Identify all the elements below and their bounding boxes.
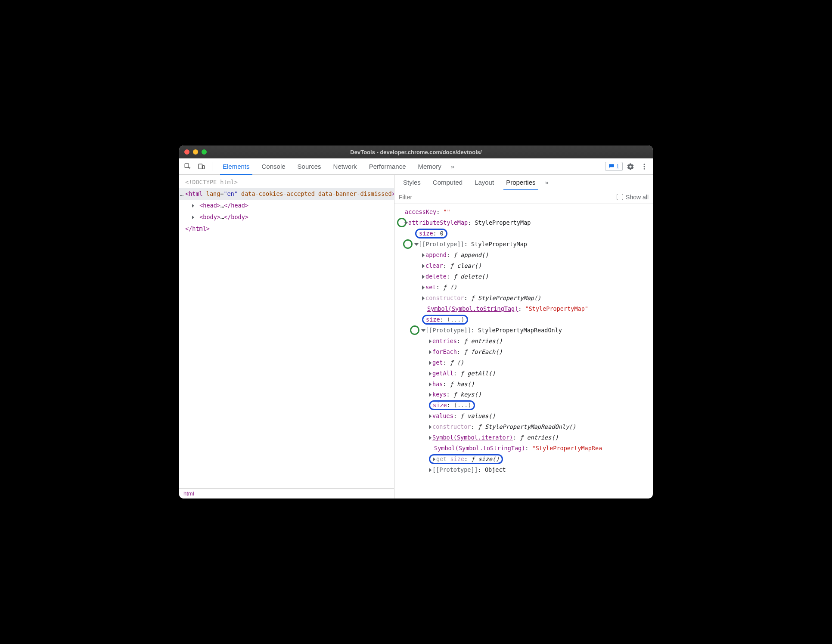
highlight-ring: size: (...) <box>429 400 475 410</box>
filter-bar: Show all <box>394 190 653 204</box>
maximize-window-button[interactable] <box>202 149 207 155</box>
titlebar: DevTools - developer.chrome.com/docs/dev… <box>179 146 653 158</box>
prop-values[interactable]: values: ƒ values() <box>398 411 649 421</box>
dom-doctype[interactable]: <!DOCTYPE html> <box>179 176 394 188</box>
highlight-ring: size: 0 <box>415 229 447 238</box>
prop-entries[interactable]: entries: ƒ entries() <box>398 336 649 347</box>
expand-icon[interactable] <box>422 275 425 279</box>
prop-constructor-2[interactable]: constructor: ƒ StylePropertyMapReadOnly(… <box>398 421 649 432</box>
breadcrumb-item[interactable]: html <box>183 490 194 497</box>
highlight-circle-icon <box>403 239 413 249</box>
prop-size-0[interactable]: size: 0 <box>398 228 649 239</box>
expand-icon[interactable] <box>192 216 194 219</box>
prop-prototype-3[interactable]: [[Prototype]]: Object <box>398 464 649 475</box>
dom-tree[interactable]: <!DOCTYPE html> … <html lang="en" data-c… <box>179 175 394 488</box>
prop-symbol-tostringtag-1[interactable]: Symbol(Symbol.toStringTag): "StyleProper… <box>398 303 649 314</box>
expand-icon[interactable] <box>433 457 435 461</box>
prop-clear[interactable]: clear: ƒ clear() <box>398 260 649 271</box>
devtools-window: DevTools - developer.chrome.com/docs/dev… <box>179 146 653 498</box>
prop-get[interactable]: get: ƒ () <box>398 357 649 368</box>
dom-html-element[interactable]: … <html lang="en" data-cookies-accepted … <box>179 188 394 200</box>
prop-constructor-1[interactable]: constructor: ƒ StylePropertyMap() <box>398 293 649 303</box>
elements-pane: <!DOCTYPE html> … <html lang="en" data-c… <box>179 175 394 498</box>
breadcrumb[interactable]: html <box>179 488 394 498</box>
svg-rect-0 <box>185 164 189 167</box>
subtab-computed[interactable]: Computed <box>427 175 469 190</box>
subtab-properties[interactable]: Properties <box>500 175 541 190</box>
filter-input[interactable] <box>399 194 612 201</box>
prop-size-ellipsis-2[interactable]: size: (...) <box>398 400 649 411</box>
expand-icon[interactable] <box>422 264 425 268</box>
expand-icon[interactable] <box>429 350 432 354</box>
expand-icon[interactable] <box>422 296 425 300</box>
settings-gear-icon[interactable] <box>624 161 636 173</box>
highlight-ring: get size: ƒ size() <box>429 454 503 464</box>
inspect-element-icon[interactable] <box>182 161 194 173</box>
show-all-toggle[interactable]: Show all <box>617 194 649 201</box>
prop-symbol-tostringtag-2[interactable]: Symbol(Symbol.toStringTag): "StyleProper… <box>398 443 649 454</box>
checkbox-icon[interactable] <box>617 194 623 200</box>
traffic-lights <box>184 149 207 155</box>
svg-rect-2 <box>202 165 205 169</box>
expand-icon[interactable] <box>429 372 432 376</box>
prop-set[interactable]: set: ƒ () <box>398 282 649 293</box>
subtabs-overflow-button[interactable]: » <box>542 179 552 186</box>
svg-point-3 <box>644 164 645 165</box>
prop-symbol-iterator[interactable]: Symbol(Symbol.iterator): ƒ entries() <box>398 432 649 443</box>
collapse-icon[interactable] <box>414 243 419 246</box>
issues-badge[interactable]: 1 <box>605 162 623 171</box>
expand-icon[interactable] <box>429 414 432 418</box>
prop-keys[interactable]: keys: ƒ keys() <box>398 389 649 400</box>
subtab-styles[interactable]: Styles <box>397 175 427 190</box>
collapse-icon[interactable] <box>404 222 408 224</box>
expand-icon[interactable] <box>192 204 194 207</box>
dom-head-element[interactable]: <head>…</head> <box>179 200 394 211</box>
expand-icon[interactable] <box>429 393 432 397</box>
dom-body-element[interactable]: <body>…</body> <box>179 211 394 223</box>
expand-icon[interactable] <box>429 425 432 429</box>
more-menu-icon[interactable] <box>638 161 650 173</box>
prop-get-size[interactable]: get size: ƒ size() <box>398 454 649 464</box>
tab-sources[interactable]: Sources <box>292 158 327 174</box>
expand-icon[interactable] <box>429 339 432 344</box>
svg-rect-1 <box>199 164 202 169</box>
tab-memory[interactable]: Memory <box>412 158 447 174</box>
prop-append[interactable]: append: ƒ append() <box>398 250 649 260</box>
tab-console[interactable]: Console <box>256 158 292 174</box>
tab-performance[interactable]: Performance <box>363 158 412 174</box>
svg-point-5 <box>644 168 645 169</box>
highlight-circle-icon <box>410 325 419 335</box>
tabs-overflow-button[interactable]: » <box>447 163 458 170</box>
show-all-label: Show all <box>626 194 649 201</box>
properties-tree[interactable]: accessKey: "" attributeStyleMap: StylePr… <box>394 204 653 498</box>
tab-network[interactable]: Network <box>327 158 363 174</box>
main-tabs: Elements Console Sources Network Perform… <box>217 158 603 174</box>
subtab-layout[interactable]: Layout <box>469 175 500 190</box>
tab-elements[interactable]: Elements <box>217 158 256 174</box>
expand-icon[interactable] <box>429 436 432 440</box>
prop-foreach[interactable]: forEach: ƒ forEach() <box>398 347 649 357</box>
minimize-window-button[interactable] <box>193 149 198 155</box>
device-toggle-icon[interactable] <box>196 161 208 173</box>
prop-delete[interactable]: delete: ƒ delete() <box>398 271 649 282</box>
prop-getall[interactable]: getAll: ƒ getAll() <box>398 368 649 379</box>
content-split: <!DOCTYPE html> … <html lang="en" data-c… <box>179 175 653 498</box>
highlight-ring: size: (...) <box>422 315 468 325</box>
prop-size-ellipsis-1[interactable]: size: (...) <box>398 314 649 325</box>
prop-prototype-2[interactable]: [[Prototype]]: StylePropertyMapReadOnly <box>398 325 649 336</box>
expand-icon[interactable] <box>422 253 425 257</box>
prop-accesskey[interactable]: accessKey: "" <box>398 207 649 217</box>
close-window-button[interactable] <box>184 149 189 155</box>
issues-count: 1 <box>616 163 619 170</box>
expand-icon[interactable] <box>422 285 425 290</box>
prop-has[interactable]: has: ƒ has() <box>398 379 649 390</box>
dom-html-close[interactable]: </html> <box>179 223 394 235</box>
expand-icon[interactable] <box>429 468 432 472</box>
prop-attributestylemap[interactable]: attributeStyleMap: StylePropertyMap <box>398 217 649 228</box>
expand-icon[interactable] <box>429 361 432 365</box>
toolbar-separator <box>212 162 212 171</box>
sidebar-tabs: Styles Computed Layout Properties » <box>394 175 653 190</box>
prop-prototype-1[interactable]: [[Prototype]]: StylePropertyMap <box>398 239 649 250</box>
expand-icon[interactable] <box>429 382 432 387</box>
collapse-icon[interactable] <box>421 329 425 332</box>
